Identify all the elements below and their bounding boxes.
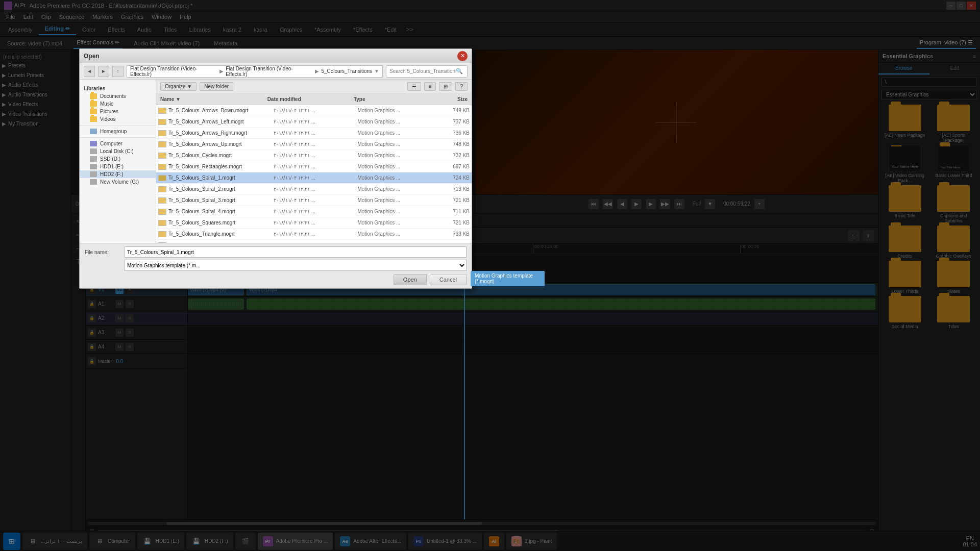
file-icon-9 xyxy=(158,209,166,215)
file-size-10: 721 KB xyxy=(428,220,470,226)
file-date-10: ۲۰۱۸/۱۱/۰۴ ۱۲:۲۱ ... xyxy=(274,220,358,226)
file-row-10[interactable]: Tr_5_Colours_Squares.mogrt ۲۰۱۸/۱۱/۰۴ ۱۲… xyxy=(156,217,472,229)
file-type-1: Motion Graphics ... xyxy=(357,119,427,124)
dialog-footer: File name: Motion Graphics template (*.m… xyxy=(80,243,472,288)
search-icon: 🔍 xyxy=(456,68,463,74)
col-type-header[interactable]: Type xyxy=(352,96,424,102)
file-name-5: Tr_5_Colours_Rectangles.mogrt xyxy=(168,164,274,169)
file-row-1[interactable]: Tr_5_Colours_Arrows_Left.mogrt ۲۰۱۸/۱۱/۰… xyxy=(156,116,472,128)
sidebar-pictures-label: Pictures xyxy=(100,109,118,114)
file-date-3: ۲۰۱۸/۱۱/۰۴ ۱۲:۲۱ ... xyxy=(274,141,358,147)
file-name-3: Tr_5_Colours_Arrows_Up.mogrt xyxy=(168,141,274,147)
dialog-help-btn[interactable]: ? xyxy=(455,82,468,91)
dialog-back-btn[interactable]: ◄ xyxy=(84,66,95,77)
dialog-up-btn[interactable]: ↑ xyxy=(112,66,124,77)
file-type-0: Motion Graphics ... xyxy=(357,108,427,113)
dialog-main: Organize ▼ New folder ☰ ≡ ⊞ ? Name ▼ Dat… xyxy=(156,80,472,243)
sidebar-homegroup[interactable]: Homegroup xyxy=(80,128,156,135)
file-type-4: Motion Graphics ... xyxy=(357,153,427,158)
file-date-9: ۲۰۱۸/۱۱/۰۴ ۱۲:۲۱ ... xyxy=(274,209,358,214)
sidebar-divider1 xyxy=(80,125,156,126)
file-icon-5 xyxy=(158,164,166,170)
drive-d-icon xyxy=(90,156,97,162)
file-row-9[interactable]: Tr_5_Colours_Spiral_4.mogrt ۲۰۱۸/۱۱/۰۴ ۱… xyxy=(156,206,472,217)
file-row-12[interactable]: Tr_5_Colours_Tube_1.mogrt ۲۰۱۸/۱۱/۰۴ ۱۲:… xyxy=(156,240,472,243)
file-date-12: ۲۰۱۸/۱۱/۰۴ ۱۲:۲۱ ... xyxy=(274,242,358,243)
col-date-header[interactable]: Date modified xyxy=(265,96,352,102)
bc-part3[interactable]: 5_Colours_Transitions xyxy=(321,68,372,74)
file-row-3[interactable]: Tr_5_Colours_Arrows_Up.mogrt ۲۰۱۸/۱۱/۰۴ … xyxy=(156,139,472,150)
file-name-11: Tr_5_Colours_Triangle.mogrt xyxy=(168,231,274,237)
file-row-6[interactable]: Tr_5_Colours_Spiral_1.mogrt ۲۰۱۸/۱۱/۰۴ ۱… xyxy=(156,172,472,184)
file-row-2[interactable]: Tr_5_Colours_Arrows_Right.mogrt ۲۰۱۸/۱۱/… xyxy=(156,128,472,139)
dialog-body: Libraries Documents Music Pictures Video… xyxy=(80,80,472,243)
dialog-forward-btn[interactable]: ► xyxy=(98,66,109,77)
filetype-select[interactable]: Motion Graphics template (*.m... Motion … xyxy=(125,260,467,271)
dialog-sidebar: Libraries Documents Music Pictures Video… xyxy=(80,80,156,243)
view-options-btn[interactable]: ⊞ xyxy=(439,82,452,91)
dialog-search-input[interactable] xyxy=(389,68,456,74)
bc-arrow1: ▶ xyxy=(219,68,224,74)
drive-c-icon xyxy=(90,148,97,154)
file-date-1: ۲۰۱۸/۱۱/۰۴ ۱۲:۲۱ ... xyxy=(274,119,358,124)
new-folder-btn[interactable]: New folder xyxy=(200,82,233,91)
sidebar-documents-label: Documents xyxy=(100,93,126,99)
organize-btn[interactable]: Organize ▼ xyxy=(160,82,197,91)
dialog-cancel-btn[interactable]: Cancel xyxy=(430,274,467,285)
file-row-7[interactable]: Tr_5_Colours_Spiral_2.mogrt ۲۰۱۸/۱۱/۰۴ ۱… xyxy=(156,184,472,195)
filetype-dropdown-popup[interactable]: Motion Graphics template (*.mogrt) xyxy=(471,271,545,286)
file-icon-11 xyxy=(158,231,166,237)
sidebar-drive-f-label: HDD2 (F:) xyxy=(100,171,124,177)
sidebar-drive-c[interactable]: Local Disk (C:) xyxy=(80,147,156,155)
file-icon-12 xyxy=(158,242,166,243)
sidebar-computer[interactable]: Computer xyxy=(80,140,156,147)
dialog-file-toolbar: Organize ▼ New folder ☰ ≡ ⊞ ? xyxy=(156,80,472,94)
dialog-title: Open xyxy=(84,53,457,60)
sidebar-videos[interactable]: Videos xyxy=(80,115,156,123)
file-type-7: Motion Graphics ... xyxy=(357,186,427,192)
col-name-header[interactable]: Name ▼ xyxy=(158,96,265,102)
file-icon-2 xyxy=(158,130,166,136)
open-dialog: Open ✕ ◄ ► ↑ Flat Design Transition (Vid… xyxy=(79,48,472,289)
sidebar-documents[interactable]: Documents xyxy=(80,92,156,100)
col-size-header[interactable]: Size xyxy=(424,96,470,102)
dialog-nav: ◄ ► ↑ Flat Design Transition (Video-Effe… xyxy=(80,63,472,80)
view-list-btn[interactable]: ☰ xyxy=(407,82,421,91)
filename-row: File name: xyxy=(85,246,467,258)
file-name-9: Tr_5_Colours_Spiral_4.mogrt xyxy=(168,209,274,214)
videos-folder-icon xyxy=(90,116,97,122)
file-row-0[interactable]: Tr_5_Colours_Arrows_Down.mogrt ۲۰۱۸/۱۱/۰… xyxy=(156,105,472,116)
file-row-5[interactable]: Tr_5_Colours_Rectangles.mogrt ۲۰۱۸/۱۱/۰۴… xyxy=(156,161,472,172)
bc-arrow2: ▶ xyxy=(315,68,319,74)
file-type-2: Motion Graphics ... xyxy=(357,130,427,136)
file-list-header: Name ▼ Date modified Type Size xyxy=(156,94,472,105)
file-size-11: 733 KB xyxy=(428,231,470,237)
file-row-8[interactable]: Tr_5_Colours_Spiral_3.mogrt ۲۰۱۸/۱۱/۰۴ ۱… xyxy=(156,195,472,206)
homegroup-icon xyxy=(90,129,97,134)
file-row-11[interactable]: Tr_5_Colours_Triangle.mogrt ۲۰۱۸/۱۱/۰۴ ۱… xyxy=(156,229,472,240)
sidebar-drive-g[interactable]: New Volume (G:) xyxy=(80,178,156,186)
dialog-search-box: 🔍 xyxy=(386,65,468,78)
file-date-6: ۲۰۱۸/۱۱/۰۴ ۱۲:۲۱ ... xyxy=(274,175,358,181)
view-details-btn[interactable]: ≡ xyxy=(424,82,436,91)
file-name-2: Tr_5_Colours_Arrows_Right.mogrt xyxy=(168,130,274,136)
dialog-open-btn[interactable]: Open xyxy=(394,274,427,285)
dialog-close-btn[interactable]: ✕ xyxy=(457,51,468,61)
sidebar-pictures[interactable]: Pictures xyxy=(80,108,156,115)
dropdown-option: Motion Graphics template (*.mogrt) xyxy=(475,273,533,284)
file-name-8: Tr_5_Colours_Spiral_3.mogrt xyxy=(168,197,274,203)
filename-input[interactable] xyxy=(125,246,467,258)
file-size-0: 749 KB xyxy=(428,108,470,113)
computer-icon xyxy=(90,141,97,146)
sidebar-drive-d[interactable]: SSD (D:) xyxy=(80,155,156,163)
sidebar-drive-e[interactable]: HDD1 (E:) xyxy=(80,163,156,170)
file-name-1: Tr_5_Colours_Arrows_Left.mogrt xyxy=(168,119,274,124)
sidebar-music[interactable]: Music xyxy=(80,100,156,108)
bc-dropdown[interactable]: ▼ xyxy=(374,68,379,74)
file-size-3: 748 KB xyxy=(428,141,470,147)
file-name-4: Tr_5_Colours_Cycles.mogrt xyxy=(168,153,274,158)
file-date-8: ۲۰۱۸/۱۱/۰۴ ۱۲:۲۱ ... xyxy=(274,197,358,203)
sidebar-drive-f[interactable]: HDD2 (F:) xyxy=(80,170,156,178)
file-list: Tr_5_Colours_Arrows_Down.mogrt ۲۰۱۸/۱۱/۰… xyxy=(156,105,472,243)
file-row-4[interactable]: Tr_5_Colours_Cycles.mogrt ۲۰۱۸/۱۱/۰۴ ۱۲:… xyxy=(156,150,472,161)
